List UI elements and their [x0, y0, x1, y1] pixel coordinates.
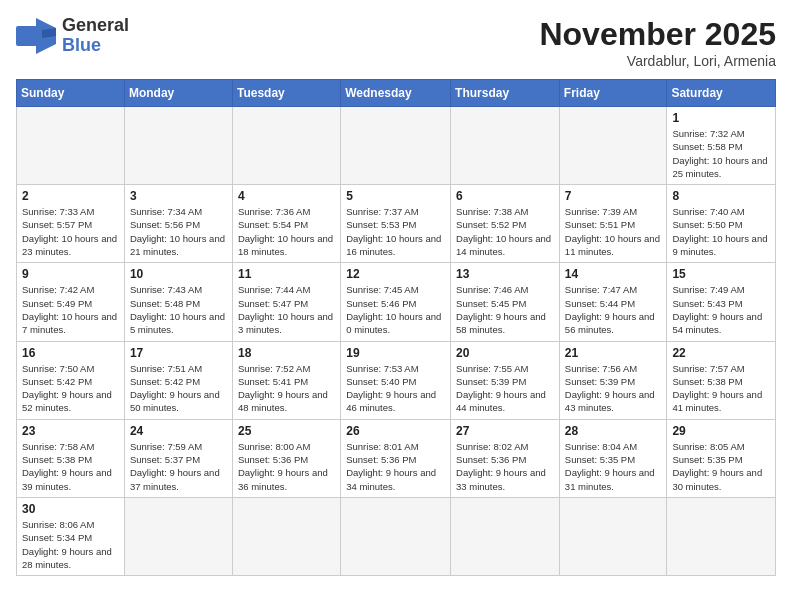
calendar-cell: 28Sunrise: 8:04 AM Sunset: 5:35 PM Dayli… — [559, 419, 667, 497]
logo: General Blue — [16, 16, 129, 56]
day-info: Sunrise: 7:42 AM Sunset: 5:49 PM Dayligh… — [22, 283, 119, 336]
day-info: Sunrise: 7:34 AM Sunset: 5:56 PM Dayligh… — [130, 205, 227, 258]
calendar-cell: 16Sunrise: 7:50 AM Sunset: 5:42 PM Dayli… — [17, 341, 125, 419]
day-info: Sunrise: 7:50 AM Sunset: 5:42 PM Dayligh… — [22, 362, 119, 415]
day-number: 2 — [22, 189, 119, 203]
day-number: 4 — [238, 189, 335, 203]
weekday-header-thursday: Thursday — [451, 80, 560, 107]
calendar-cell: 17Sunrise: 7:51 AM Sunset: 5:42 PM Dayli… — [124, 341, 232, 419]
title-block: November 2025 Vardablur, Lori, Armenia — [539, 16, 776, 69]
calendar-cell: 18Sunrise: 7:52 AM Sunset: 5:41 PM Dayli… — [232, 341, 340, 419]
calendar-cell: 27Sunrise: 8:02 AM Sunset: 5:36 PM Dayli… — [451, 419, 560, 497]
calendar-cell: 14Sunrise: 7:47 AM Sunset: 5:44 PM Dayli… — [559, 263, 667, 341]
calendar-week-row: 1Sunrise: 7:32 AM Sunset: 5:58 PM Daylig… — [17, 107, 776, 185]
calendar-week-row: 16Sunrise: 7:50 AM Sunset: 5:42 PM Dayli… — [17, 341, 776, 419]
day-number: 25 — [238, 424, 335, 438]
calendar-cell: 5Sunrise: 7:37 AM Sunset: 5:53 PM Daylig… — [341, 185, 451, 263]
day-info: Sunrise: 7:49 AM Sunset: 5:43 PM Dayligh… — [672, 283, 770, 336]
calendar-cell: 29Sunrise: 8:05 AM Sunset: 5:35 PM Dayli… — [667, 419, 776, 497]
calendar-cell: 20Sunrise: 7:55 AM Sunset: 5:39 PM Dayli… — [451, 341, 560, 419]
day-number: 27 — [456, 424, 554, 438]
location: Vardablur, Lori, Armenia — [539, 53, 776, 69]
calendar-cell: 4Sunrise: 7:36 AM Sunset: 5:54 PM Daylig… — [232, 185, 340, 263]
day-info: Sunrise: 7:56 AM Sunset: 5:39 PM Dayligh… — [565, 362, 662, 415]
logo-text: General Blue — [62, 16, 129, 56]
day-number: 21 — [565, 346, 662, 360]
calendar-week-row: 30Sunrise: 8:06 AM Sunset: 5:34 PM Dayli… — [17, 497, 776, 575]
day-info: Sunrise: 8:06 AM Sunset: 5:34 PM Dayligh… — [22, 518, 119, 571]
calendar-cell: 3Sunrise: 7:34 AM Sunset: 5:56 PM Daylig… — [124, 185, 232, 263]
calendar-cell: 23Sunrise: 7:58 AM Sunset: 5:38 PM Dayli… — [17, 419, 125, 497]
calendar-week-row: 9Sunrise: 7:42 AM Sunset: 5:49 PM Daylig… — [17, 263, 776, 341]
calendar-cell — [451, 497, 560, 575]
calendar-cell — [667, 497, 776, 575]
calendar-cell: 24Sunrise: 7:59 AM Sunset: 5:37 PM Dayli… — [124, 419, 232, 497]
calendar-cell: 11Sunrise: 7:44 AM Sunset: 5:47 PM Dayli… — [232, 263, 340, 341]
calendar-cell — [451, 107, 560, 185]
day-number: 12 — [346, 267, 445, 281]
day-number: 8 — [672, 189, 770, 203]
calendar-cell — [232, 107, 340, 185]
month-title: November 2025 — [539, 16, 776, 53]
calendar-week-row: 23Sunrise: 7:58 AM Sunset: 5:38 PM Dayli… — [17, 419, 776, 497]
day-info: Sunrise: 7:46 AM Sunset: 5:45 PM Dayligh… — [456, 283, 554, 336]
day-number: 18 — [238, 346, 335, 360]
calendar-week-row: 2Sunrise: 7:33 AM Sunset: 5:57 PM Daylig… — [17, 185, 776, 263]
day-info: Sunrise: 7:36 AM Sunset: 5:54 PM Dayligh… — [238, 205, 335, 258]
weekday-header-wednesday: Wednesday — [341, 80, 451, 107]
calendar-cell — [341, 107, 451, 185]
day-number: 28 — [565, 424, 662, 438]
day-info: Sunrise: 7:59 AM Sunset: 5:37 PM Dayligh… — [130, 440, 227, 493]
day-number: 20 — [456, 346, 554, 360]
calendar-cell: 19Sunrise: 7:53 AM Sunset: 5:40 PM Dayli… — [341, 341, 451, 419]
day-number: 7 — [565, 189, 662, 203]
day-info: Sunrise: 7:40 AM Sunset: 5:50 PM Dayligh… — [672, 205, 770, 258]
day-number: 29 — [672, 424, 770, 438]
day-info: Sunrise: 7:52 AM Sunset: 5:41 PM Dayligh… — [238, 362, 335, 415]
generalblue-logo-icon — [16, 18, 56, 54]
day-number: 15 — [672, 267, 770, 281]
calendar-cell — [17, 107, 125, 185]
calendar-cell — [559, 497, 667, 575]
calendar-cell: 25Sunrise: 8:00 AM Sunset: 5:36 PM Dayli… — [232, 419, 340, 497]
calendar-cell — [559, 107, 667, 185]
day-info: Sunrise: 7:33 AM Sunset: 5:57 PM Dayligh… — [22, 205, 119, 258]
calendar-cell: 6Sunrise: 7:38 AM Sunset: 5:52 PM Daylig… — [451, 185, 560, 263]
day-number: 17 — [130, 346, 227, 360]
day-number: 3 — [130, 189, 227, 203]
day-info: Sunrise: 8:04 AM Sunset: 5:35 PM Dayligh… — [565, 440, 662, 493]
day-number: 24 — [130, 424, 227, 438]
day-number: 22 — [672, 346, 770, 360]
day-number: 23 — [22, 424, 119, 438]
calendar-cell — [124, 107, 232, 185]
day-info: Sunrise: 8:02 AM Sunset: 5:36 PM Dayligh… — [456, 440, 554, 493]
weekday-header-sunday: Sunday — [17, 80, 125, 107]
calendar-cell: 7Sunrise: 7:39 AM Sunset: 5:51 PM Daylig… — [559, 185, 667, 263]
day-info: Sunrise: 7:43 AM Sunset: 5:48 PM Dayligh… — [130, 283, 227, 336]
calendar-cell: 21Sunrise: 7:56 AM Sunset: 5:39 PM Dayli… — [559, 341, 667, 419]
calendar-cell: 30Sunrise: 8:06 AM Sunset: 5:34 PM Dayli… — [17, 497, 125, 575]
day-info: Sunrise: 8:00 AM Sunset: 5:36 PM Dayligh… — [238, 440, 335, 493]
day-info: Sunrise: 7:55 AM Sunset: 5:39 PM Dayligh… — [456, 362, 554, 415]
day-number: 19 — [346, 346, 445, 360]
day-number: 13 — [456, 267, 554, 281]
day-info: Sunrise: 7:57 AM Sunset: 5:38 PM Dayligh… — [672, 362, 770, 415]
calendar-cell: 12Sunrise: 7:45 AM Sunset: 5:46 PM Dayli… — [341, 263, 451, 341]
weekday-header-tuesday: Tuesday — [232, 80, 340, 107]
day-info: Sunrise: 7:58 AM Sunset: 5:38 PM Dayligh… — [22, 440, 119, 493]
day-number: 1 — [672, 111, 770, 125]
calendar-cell: 8Sunrise: 7:40 AM Sunset: 5:50 PM Daylig… — [667, 185, 776, 263]
weekday-header-row: SundayMondayTuesdayWednesdayThursdayFrid… — [17, 80, 776, 107]
day-info: Sunrise: 7:38 AM Sunset: 5:52 PM Dayligh… — [456, 205, 554, 258]
weekday-header-friday: Friday — [559, 80, 667, 107]
day-info: Sunrise: 7:37 AM Sunset: 5:53 PM Dayligh… — [346, 205, 445, 258]
calendar-cell — [232, 497, 340, 575]
day-info: Sunrise: 7:53 AM Sunset: 5:40 PM Dayligh… — [346, 362, 445, 415]
day-number: 10 — [130, 267, 227, 281]
page-header: General Blue November 2025 Vardablur, Lo… — [16, 16, 776, 69]
calendar-cell: 10Sunrise: 7:43 AM Sunset: 5:48 PM Dayli… — [124, 263, 232, 341]
calendar-cell: 13Sunrise: 7:46 AM Sunset: 5:45 PM Dayli… — [451, 263, 560, 341]
day-number: 6 — [456, 189, 554, 203]
day-info: Sunrise: 8:05 AM Sunset: 5:35 PM Dayligh… — [672, 440, 770, 493]
day-number: 26 — [346, 424, 445, 438]
